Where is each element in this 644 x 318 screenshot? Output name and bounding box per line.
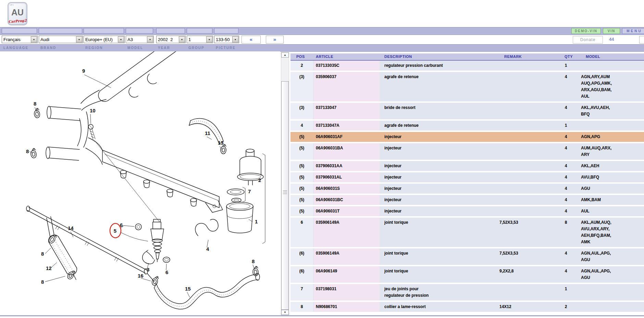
logo-main-text: AU bbox=[8, 8, 27, 17]
next-picture-button[interactable]: » bbox=[266, 36, 284, 44]
filter-select-year[interactable]: 2002 2▼ bbox=[156, 36, 186, 43]
header-box-language[interactable] bbox=[2, 28, 37, 34]
table-row[interactable]: 7037198031jeu de joints pourregulateur d… bbox=[290, 284, 644, 301]
scrollbar-thumb[interactable] bbox=[281, 81, 289, 310]
header-box-year[interactable] bbox=[156, 28, 185, 34]
diagram-label-4[interactable]: 4 bbox=[206, 246, 209, 252]
diagram-label-1[interactable]: 1 bbox=[255, 219, 258, 224]
diagram-label-12[interactable]: 12 bbox=[46, 265, 52, 271]
filter-label-model: MODEL bbox=[127, 46, 143, 50]
cell-qty: 1 bbox=[554, 284, 578, 301]
table-row[interactable]: (6)06A906149joint torique9,2X2,84AGN,AUL… bbox=[290, 266, 644, 283]
hose-clamp-icon bbox=[66, 269, 76, 280]
diagram-label-7[interactable]: 7 bbox=[248, 188, 251, 194]
diagram-label-8[interactable]: 8 bbox=[252, 258, 255, 264]
diagram-label-8[interactable]: 8 bbox=[26, 148, 29, 154]
table-row[interactable]: 8N90686701collier a lame-ressort14X122 bbox=[290, 302, 644, 312]
cell-qty: 4 bbox=[554, 132, 578, 142]
cell-article: 035906149A bbox=[314, 218, 380, 247]
dropdown-arrow-icon[interactable]: ▼ bbox=[76, 36, 82, 42]
header-box-group[interactable] bbox=[187, 28, 212, 34]
dropdown-arrow-icon[interactable]: ▼ bbox=[118, 36, 124, 42]
filter-select-language[interactable]: Français▼ bbox=[2, 36, 38, 43]
scroll-up-icon[interactable]: ▲ bbox=[281, 52, 289, 58]
cell-qty: 4 bbox=[554, 72, 578, 101]
table-row[interactable]: (3)035906037agrafe de retenue4AGN,ARY,AU… bbox=[290, 72, 644, 101]
column-header-model: MODEL bbox=[586, 54, 600, 59]
cell-article: 035906037 bbox=[314, 72, 380, 101]
filter-select-group[interactable]: 1▼ bbox=[187, 36, 213, 43]
cell-description: injecteur bbox=[380, 195, 499, 205]
table-row[interactable]: 2037133035Cregulateur pression carburant… bbox=[290, 61, 644, 71]
filter-select-row: Français▼Audi▼Europe+ (EU)▼A3▼2002 2▼1▼1… bbox=[0, 35, 644, 44]
parts-catalog-window: IFI AU CarProg2 DEMO-VIN VIN MENU França… bbox=[0, 0, 644, 318]
header-box-brand[interactable] bbox=[39, 28, 82, 34]
cell-qty: 8 bbox=[554, 218, 578, 247]
diagram-label-15[interactable]: 15 bbox=[185, 286, 191, 292]
table-row[interactable]: (5)06A906031BCinjecteur4AMK,BAM bbox=[290, 195, 644, 205]
dropdown-arrow-icon[interactable]: ▼ bbox=[206, 36, 212, 42]
cell-article: 037906031AL bbox=[314, 172, 380, 182]
dropdown-arrow-icon[interactable]: ▼ bbox=[31, 36, 37, 42]
diagram-scrollbar[interactable]: ▲ ▼ bbox=[281, 52, 289, 315]
partial-edge-button[interactable] bbox=[639, 36, 644, 44]
hose-clamp-icon bbox=[221, 144, 226, 154]
vin-button[interactable]: VIN bbox=[603, 28, 620, 34]
cell-model: AGN,APG bbox=[578, 132, 644, 142]
cell-pos: (5) bbox=[290, 132, 313, 142]
header-box-model[interactable] bbox=[126, 28, 153, 34]
cell-model: AGU bbox=[578, 184, 644, 194]
filter-value-brand: Audi bbox=[39, 37, 76, 42]
demo-vin-button[interactable]: DEMO-VIN bbox=[571, 28, 601, 34]
cell-qty: 2 bbox=[554, 302, 578, 312]
diagram-label-6[interactable]: 6 bbox=[165, 269, 168, 275]
previous-picture-button[interactable]: « bbox=[242, 36, 261, 44]
diagram-label-9[interactable]: 9 bbox=[82, 68, 85, 74]
header-box-region[interactable] bbox=[84, 28, 124, 34]
diagram-label-11[interactable]: 11 bbox=[205, 130, 210, 136]
cell-article: 06A906031AF bbox=[314, 132, 380, 142]
filter-select-brand[interactable]: Audi▼ bbox=[39, 36, 83, 43]
diagram-label-6[interactable]: 6 bbox=[120, 222, 123, 228]
diagram-label-14[interactable]: 14 bbox=[68, 225, 74, 231]
diagram-label-8[interactable]: 8 bbox=[41, 251, 44, 257]
table-header: POSARTICLEDESCRIPTIONREMARKQTYMODEL bbox=[290, 53, 644, 61]
table-row[interactable]: 4037133047Aagrafe de retenue1 bbox=[290, 121, 644, 131]
diagram-label-16[interactable]: 16 bbox=[138, 273, 144, 279]
diagram-label-2[interactable]: 2 bbox=[258, 177, 261, 183]
donate-button[interactable]: Donate bbox=[573, 36, 603, 44]
header-box-picture[interactable] bbox=[214, 28, 238, 34]
filter-select-model[interactable]: A3▼ bbox=[126, 36, 154, 43]
diagram-label-13[interactable]: 13 bbox=[218, 140, 224, 146]
cell-pos: (5) bbox=[290, 161, 313, 171]
filter-select-region[interactable]: Europe+ (EU)▼ bbox=[84, 36, 125, 43]
cell-pos: (3) bbox=[290, 103, 313, 119]
cell-remark: 9,2X2,8 bbox=[499, 266, 554, 283]
cell-model: AGN,AUL,APG,AGU bbox=[578, 248, 644, 265]
table-row[interactable]: (5)06A906031Sinjecteur4AGU bbox=[290, 184, 644, 194]
cell-description: joint torique bbox=[380, 248, 499, 265]
cell-remark bbox=[499, 132, 554, 142]
table-row[interactable]: 6035906149Ajoint torique7,52X3,538AKL,AU… bbox=[290, 218, 644, 247]
diagram-label-8[interactable]: 8 bbox=[34, 101, 36, 107]
scroll-down-icon[interactable]: ▼ bbox=[281, 310, 289, 315]
diagram-label-8[interactable]: 8 bbox=[41, 279, 44, 285]
column-header-qty: QTY bbox=[565, 54, 573, 59]
table-row[interactable]: (5)06A906031BAinjecteur4AUM,AUQ,ARX,ARY bbox=[290, 143, 644, 160]
table-row[interactable]: (3)037133047bride de ressort4AKL,AVU,AEH… bbox=[290, 103, 644, 119]
diagram-label-3[interactable]: 3 bbox=[147, 267, 149, 272]
part-retaining-clip bbox=[195, 219, 218, 236]
menu-button[interactable]: MENU bbox=[622, 28, 644, 34]
dropdown-arrow-icon[interactable]: ▼ bbox=[179, 36, 185, 42]
filter-select-picture[interactable]: 133-50▼ bbox=[214, 36, 239, 43]
cell-article: 037133047 bbox=[314, 103, 380, 119]
table-row[interactable]: (6)035906149Ajoint torique7,52X3,534AGN,… bbox=[290, 248, 644, 265]
highlighted-position-5[interactable]: 5 bbox=[110, 223, 121, 238]
table-row-selected[interactable]: (5)06A906031AFinjecteur4AGN,APG bbox=[290, 132, 644, 142]
diagram-label-10[interactable]: 10 bbox=[90, 108, 96, 113]
table-row[interactable]: (5)037906031ALinjecteur4AVU,BFQ bbox=[290, 172, 644, 182]
table-row[interactable]: (5)06A906031Tinjecteur4AUL bbox=[290, 206, 644, 216]
dropdown-arrow-icon[interactable]: ▼ bbox=[147, 36, 153, 42]
dropdown-arrow-icon[interactable]: ▼ bbox=[232, 36, 238, 42]
table-row[interactable]: (5)037906031AAinjecteur4AKL,AEH bbox=[290, 161, 644, 171]
